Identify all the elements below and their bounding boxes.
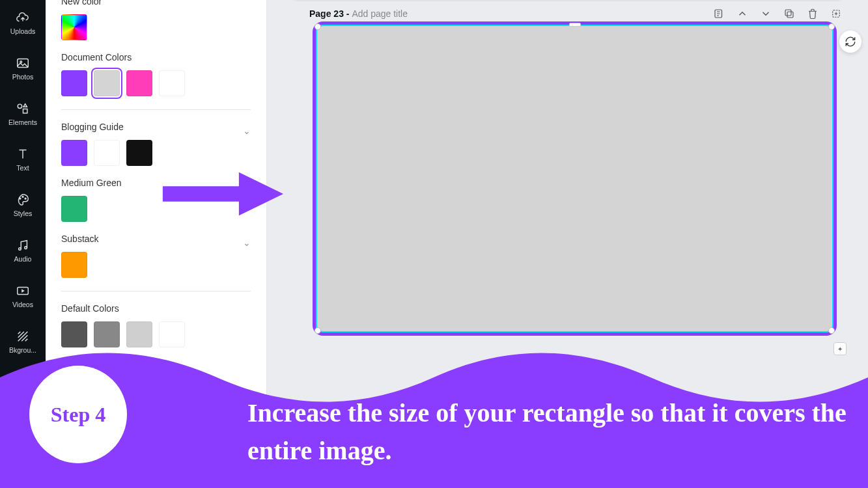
divider bbox=[61, 291, 251, 291]
selected-rectangle[interactable] bbox=[313, 21, 837, 336]
refresh-icon bbox=[845, 36, 856, 47]
tool-videos-label: Videos bbox=[12, 301, 33, 308]
tool-text[interactable]: Text bbox=[0, 137, 46, 182]
svg-rect-11 bbox=[787, 12, 793, 18]
color-swatch[interactable] bbox=[61, 252, 87, 278]
new-color-title: New color bbox=[61, 0, 251, 7]
color-swatch[interactable] bbox=[126, 70, 152, 96]
svg-point-7 bbox=[19, 248, 21, 251]
svg-rect-3 bbox=[23, 109, 27, 113]
tool-elements-label: Elements bbox=[8, 118, 37, 126]
tool-uploads-label: Uploads bbox=[10, 27, 36, 35]
audio-icon bbox=[16, 238, 30, 252]
resize-handle-bl[interactable] bbox=[315, 327, 321, 334]
chevron-up-icon[interactable] bbox=[736, 8, 748, 20]
videos-icon bbox=[16, 284, 30, 298]
color-swatch[interactable] bbox=[126, 140, 152, 166]
chevron-down-icon[interactable] bbox=[760, 8, 772, 20]
document-colors-swatches bbox=[61, 70, 251, 96]
tool-uploads[interactable]: Uploads bbox=[0, 0, 46, 46]
tool-audio[interactable]: Audio bbox=[0, 228, 46, 273]
tool-photos[interactable]: Photos bbox=[0, 46, 46, 91]
step-badge: Step 4 bbox=[29, 366, 127, 463]
chevron-down-icon[interactable]: ⌄ bbox=[243, 237, 251, 248]
tutorial-instruction: Increase the size of your rectangle so t… bbox=[247, 394, 848, 470]
elements-icon bbox=[16, 102, 30, 116]
blogging-guide-swatches bbox=[61, 140, 251, 166]
page-actions bbox=[713, 8, 842, 20]
photos-icon bbox=[16, 56, 30, 70]
svg-rect-12 bbox=[785, 10, 791, 16]
document-colors-title: Document Colors bbox=[61, 52, 251, 62]
text-icon bbox=[16, 147, 30, 161]
tool-text-label: Text bbox=[16, 164, 29, 172]
tool-styles[interactable]: Styles bbox=[0, 182, 46, 228]
svg-point-4 bbox=[20, 198, 21, 199]
regenerate-button[interactable] bbox=[839, 31, 861, 53]
resize-handle-br[interactable] bbox=[828, 327, 835, 334]
tool-photos-label: Photos bbox=[12, 73, 34, 81]
substack-swatches bbox=[61, 252, 251, 278]
svg-point-5 bbox=[22, 197, 23, 198]
step-badge-text: Step 4 bbox=[51, 403, 105, 427]
page-header: Page 23 - Add page title bbox=[309, 8, 842, 20]
delete-icon[interactable] bbox=[807, 8, 819, 20]
svg-point-8 bbox=[25, 247, 27, 249]
blogging-guide-title: Blogging Guide bbox=[61, 122, 124, 132]
color-swatch[interactable] bbox=[61, 140, 87, 166]
duplicate-icon[interactable] bbox=[783, 8, 795, 20]
tutorial-arrow-icon bbox=[160, 168, 287, 223]
page-title[interactable]: Page 23 - Add page title bbox=[309, 8, 408, 19]
tool-videos[interactable]: Videos bbox=[0, 273, 46, 319]
resize-handle-tl[interactable] bbox=[315, 23, 321, 30]
tool-elements[interactable]: Elements bbox=[0, 91, 46, 137]
color-swatch[interactable] bbox=[159, 70, 185, 96]
color-swatch[interactable] bbox=[61, 196, 87, 222]
substack-title: Substack bbox=[61, 234, 99, 244]
styles-icon bbox=[16, 193, 30, 207]
divider bbox=[61, 109, 251, 110]
tool-styles-label: Styles bbox=[14, 210, 33, 217]
rotation-handle[interactable] bbox=[569, 23, 581, 27]
add-page-icon[interactable] bbox=[830, 8, 842, 20]
color-swatch[interactable] bbox=[94, 70, 120, 96]
color-swatch[interactable] bbox=[61, 70, 87, 96]
notes-icon[interactable] bbox=[713, 8, 725, 20]
new-color-picker[interactable] bbox=[61, 14, 87, 40]
page-number: Page 23 bbox=[309, 8, 344, 19]
color-swatch[interactable] bbox=[94, 140, 120, 166]
resize-handle-tr[interactable] bbox=[828, 23, 835, 30]
upload-icon bbox=[16, 10, 30, 25]
app-root: Uploads Photos Elements Text Styles Audi… bbox=[0, 0, 868, 488]
page-sep: - bbox=[344, 8, 352, 19]
chevron-down-icon[interactable]: ⌄ bbox=[243, 126, 251, 136]
svg-point-6 bbox=[25, 198, 26, 199]
svg-point-2 bbox=[18, 104, 21, 108]
element-indicator[interactable]: ✦ bbox=[833, 342, 847, 355]
page-subtitle: Add page title bbox=[352, 8, 408, 19]
default-colors-title: Default Colors bbox=[61, 303, 251, 314]
tool-audio-label: Audio bbox=[14, 255, 32, 263]
